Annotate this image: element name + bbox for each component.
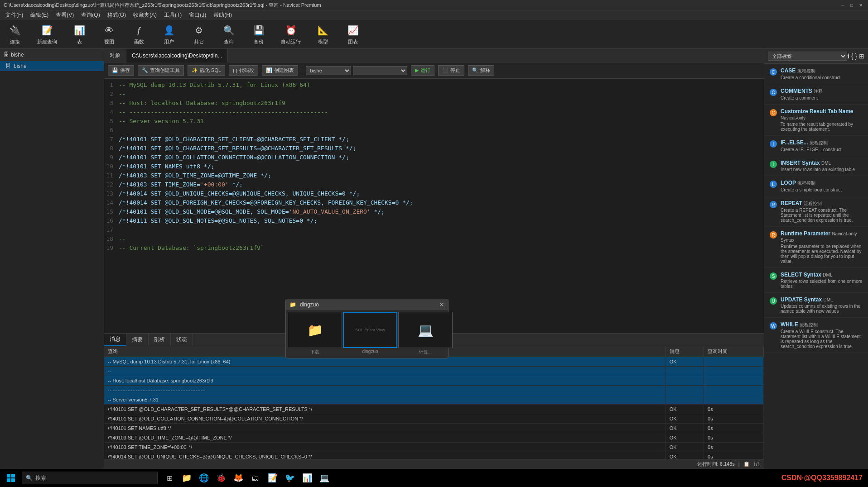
close-button[interactable]: ✕ <box>857 2 864 8</box>
tab-status[interactable]: 状态 <box>171 334 193 346</box>
menu-query[interactable]: 查询(Q) <box>77 10 103 20</box>
code-editor[interactable]: 1-- MySQL dump 10.13 Distrib 5.7.31, for… <box>104 79 764 333</box>
snippet-comments-desc: Create a comment <box>781 95 863 100</box>
run-button[interactable]: ▶ 运行 <box>411 65 434 76</box>
snippet-runtime[interactable]: R Runtime Parameter Navicat-only Syntax … <box>764 227 868 268</box>
snippet-while[interactable]: W WHILE 流程控制 Create a WHILE construct. T… <box>764 318 868 353</box>
snippet-repeat[interactable]: R REPEAT 流程控制 Create a REPEAT construct.… <box>764 196 868 227</box>
app2-icon: 🦊 <box>233 473 243 483</box>
snippet-case[interactable]: C CASE 流程控制 Create a conditional constru… <box>764 64 868 84</box>
taskbar-icon-browser[interactable]: 🌐 <box>196 469 212 487</box>
cell-message: OK <box>665 443 704 452</box>
toolbar-schedule[interactable]: ⏰ 自动运行 <box>277 21 304 47</box>
create-chart-label: 创建图表 <box>274 67 294 74</box>
menu-help[interactable]: 帮助(H) <box>210 10 236 20</box>
tab-message[interactable]: 消息 <box>104 334 126 346</box>
table-row: /*!40103 SET TIME_ZONE='+00:00' */ OK 0s <box>104 443 764 452</box>
cell-time <box>704 367 764 376</box>
snippet-insert[interactable]: I INSERT Syntax DML Insert new rows into… <box>764 156 868 176</box>
toolbar-backup[interactable]: 💾 备份 <box>247 21 270 47</box>
snippet-select[interactable]: S SELECT Syntax DML Retrieve rows select… <box>764 268 868 293</box>
snippet-customize-content: Customize Result Tab Name Navicat-only T… <box>781 108 863 132</box>
info-icon[interactable]: ℹ <box>847 53 849 60</box>
menu-tools[interactable]: 工具(T) <box>160 10 185 20</box>
table-row: /*!40101 SET @OLD_COLLATION_CONNECTION=@… <box>104 414 764 424</box>
taskbar-icon-app6[interactable]: 📊 <box>299 469 315 487</box>
tab-object[interactable]: 对象 <box>104 49 126 62</box>
maximize-button[interactable]: □ <box>848 2 855 8</box>
popup-thumb-dingzuo[interactable]: SQL Editor View dingzuo <box>343 312 397 356</box>
taskbar-icon-file[interactable]: 📁 <box>178 469 195 487</box>
toolbar-chart[interactable]: 📈 图表 <box>342 21 364 47</box>
tab-query[interactable]: C:\Users\xiaocaicoding\Desktop\din... <box>126 49 228 62</box>
code-snippet-button[interactable]: { } 代码段 <box>229 65 258 76</box>
menu-edit[interactable]: 编辑(E) <box>27 10 52 20</box>
menu-file[interactable]: 文件(F) <box>2 10 27 20</box>
sidebar-item-bishe[interactable]: 🗄 bishe <box>0 61 104 71</box>
snippet-update-title: UPDATE Syntax DML <box>781 296 863 303</box>
tag-select[interactable]: 全部标签 <box>768 52 847 61</box>
cell-message: OK <box>665 405 704 414</box>
menu-favorites[interactable]: 收藏夹(A) <box>130 10 160 20</box>
stop-button[interactable]: ⬛ 停止 <box>438 65 464 76</box>
taskbar-icon-app4[interactable]: 📝 <box>265 469 281 487</box>
snippet-update[interactable]: U UPDATE Syntax DML Updates columns of e… <box>764 293 868 318</box>
toolbar-function[interactable]: ƒ 函数 <box>128 21 150 47</box>
snippet-customize-tab[interactable]: C Customize Result Tab Name Navicat-only… <box>764 105 868 136</box>
code-block-icon[interactable]: { } <box>851 53 857 60</box>
svg-rect-3 <box>11 478 15 482</box>
search-bar[interactable]: 🔍 搜索 <box>22 472 158 484</box>
cell-message: OK <box>665 452 704 459</box>
beautify-button[interactable]: ✨ 靓化 SQL <box>188 65 225 76</box>
main-content: 对象 C:\Users\xiaocaicoding\Desktop\din...… <box>104 49 764 469</box>
taskbar-icon-app5[interactable]: 🐦 <box>282 469 298 487</box>
toolbar-view[interactable]: 👁 视图 <box>98 21 121 47</box>
code-line-8: 8/*!40101 SET @OLD_CHARACTER_SET_RESULTS… <box>104 144 764 153</box>
save-button[interactable]: 💾 保存 <box>108 65 134 76</box>
create-chart-button[interactable]: 📊 创建图表 <box>262 65 298 76</box>
taskview-icon: ⊞ <box>167 474 173 482</box>
popup-thumb-calc[interactable]: 💻 计算... <box>398 312 453 356</box>
snippet-loop[interactable]: L LOOP 流程控制 Create a simple loop constru… <box>764 176 868 196</box>
snippet-ifelse[interactable]: I IF...ELSE... 流程控制 Create a IF...ELSE..… <box>764 136 868 156</box>
minimize-button[interactable]: ─ <box>839 2 846 8</box>
toolbar-new-query[interactable]: 📝 新建查询 <box>34 21 61 47</box>
cell-time <box>704 376 764 386</box>
menu-view[interactable]: 查看(V) <box>52 10 77 20</box>
popup-thumb-download[interactable]: 📁 下载 <box>288 312 342 356</box>
taskbar-icon-app3[interactable]: 🗂 <box>247 469 264 487</box>
query-builder-button[interactable]: 🔧 查询创建工具 <box>138 65 184 76</box>
popup-close-button[interactable]: ✕ <box>439 301 444 308</box>
popup-body: 📁 下载 SQL Editor View dingzuo 💻 计算... <box>286 310 448 358</box>
cell-message: OK <box>665 433 704 443</box>
toolbar-other[interactable]: ⚙ 其它 <box>188 21 210 47</box>
toolbar-separator <box>302 66 302 75</box>
toolbar-query[interactable]: 🔍 查询 <box>217 21 240 47</box>
toolbar-connect[interactable]: 🔌 连接 <box>4 21 26 47</box>
query-toolbar: 💾 保存 🔧 查询创建工具 ✨ 靓化 SQL { } 代码段 📊 创建图表 bi… <box>104 62 764 79</box>
toolbar-user[interactable]: 👤 用户 <box>158 21 180 47</box>
cell-time: 0s <box>704 443 764 452</box>
db-select-main[interactable]: bishe <box>306 66 351 75</box>
snippet-comments-content: COMMENTS 注释 Create a comment <box>781 88 863 100</box>
tab-summary[interactable]: 摘要 <box>126 334 149 346</box>
toolbar-model[interactable]: 📐 模型 <box>312 21 334 47</box>
create-chart-icon: 📊 <box>266 67 272 73</box>
taskbar-icon-app7[interactable]: 💻 <box>316 469 333 487</box>
popup-title: 📁 dingzuo <box>289 301 437 308</box>
snippet-select-content: SELECT Syntax DML Retrieve rows selected… <box>781 272 863 289</box>
taskbar-icon-app1[interactable]: 🐞 <box>213 469 229 487</box>
menu-format[interactable]: 格式(O) <box>104 10 130 20</box>
start-button[interactable] <box>2 469 20 487</box>
taskbar-icon-app2[interactable]: 🦊 <box>230 469 246 487</box>
db-select-sub[interactable] <box>353 66 407 75</box>
toolbar-table[interactable]: 📊 表 <box>68 21 91 47</box>
explain-button[interactable]: 🔍 解释 <box>468 65 494 76</box>
code-line-17: 17 <box>104 225 764 234</box>
copy-icon[interactable]: 📋 <box>743 461 750 467</box>
layout-icon[interactable]: ⊞ <box>859 53 864 60</box>
tab-profile[interactable]: 剖析 <box>149 334 171 346</box>
taskbar-icon-1[interactable]: ⊞ <box>161 469 178 487</box>
snippet-comments[interactable]: C COMMENTS 注释 Create a comment <box>764 84 868 105</box>
menu-window[interactable]: 窗口(J) <box>185 10 210 20</box>
